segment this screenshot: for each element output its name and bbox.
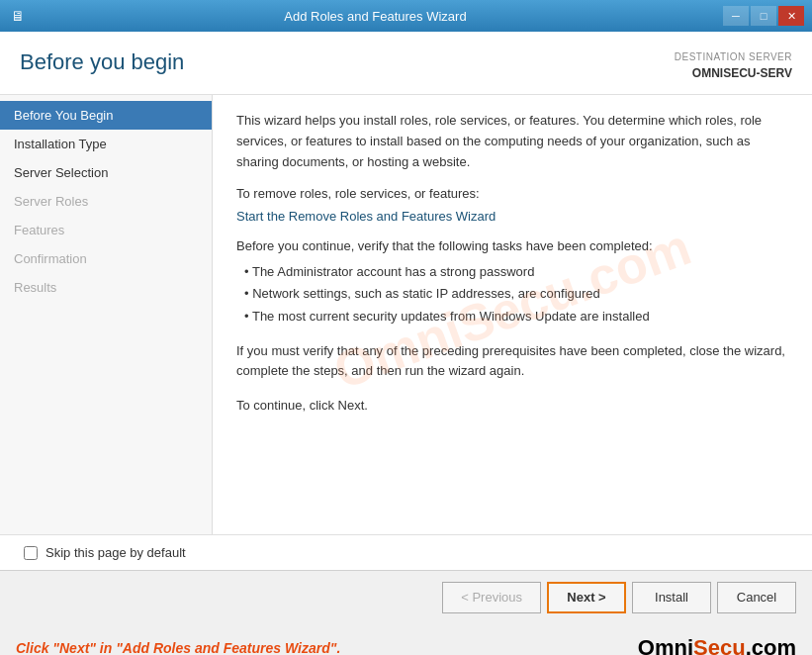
bottom-annotation: Click "Next" in "Add Roles and Features … (0, 623, 812, 655)
wizard-body: Before You Begin Installation Type Serve… (0, 95, 812, 534)
server-label: DESTINATION SERVER (675, 49, 792, 64)
minimize-button[interactable]: ─ (723, 6, 749, 26)
bullet-item-1: The Administrator account has a strong p… (244, 261, 788, 283)
prerequisite-note: If you must verify that any of the prece… (236, 341, 788, 383)
window-title: Add Roles and Features Wizard (28, 9, 723, 24)
skip-checkbox[interactable] (24, 546, 38, 560)
sidebar-item-results: Results (0, 273, 212, 302)
sidebar-item-server-roles: Server Roles (0, 187, 212, 216)
brand-logo: OmniSecu.com (638, 635, 796, 655)
sidebar-item-confirmation: Confirmation (0, 244, 212, 273)
sidebar-item-server-selection[interactable]: Server Selection (0, 158, 212, 187)
close-button[interactable]: ✕ (778, 6, 804, 26)
bullet-item-2: Network settings, such as static IP addr… (244, 283, 788, 305)
wizard-window: Before you begin DESTINATION SERVER OMNI… (0, 32, 812, 623)
wizard-header: Before you begin DESTINATION SERVER OMNI… (0, 32, 812, 95)
next-button[interactable]: Next > (547, 582, 626, 613)
annotation-text: Click "Next" in "Add Roles and Features … (16, 640, 340, 655)
server-info: DESTINATION SERVER OMNISECU-SERV (675, 49, 792, 82)
previous-button[interactable]: < Previous (442, 582, 541, 613)
remove-link[interactable]: Start the Remove Roles and Features Wiza… (236, 209, 496, 224)
window-icon: 🖥 (8, 6, 28, 26)
intro-paragraph: This wizard helps you install roles, rol… (236, 111, 788, 172)
wizard-sidebar: Before You Begin Installation Type Serve… (0, 95, 213, 534)
brand-secu: Secu (693, 635, 746, 655)
sidebar-item-before-you-begin[interactable]: Before You Begin (0, 101, 212, 130)
sidebar-item-features: Features (0, 216, 212, 244)
wizard-content: OmniSecu.com This wizard helps you insta… (213, 95, 812, 534)
remove-heading: To remove roles, role services, or featu… (236, 186, 788, 201)
title-bar: 🖥 Add Roles and Features Wizard ─ □ ✕ (0, 0, 812, 32)
verify-heading: Before you continue, verify that the fol… (236, 238, 788, 253)
continue-note: To continue, click Next. (236, 396, 788, 417)
window-controls: ─ □ ✕ (723, 6, 804, 26)
prerequisites-list: The Administrator account has a strong p… (236, 261, 788, 327)
wizard-footer: < Previous Next > Install Cancel (0, 570, 812, 623)
page-title: Before you begin (20, 49, 184, 75)
server-name: OMNISECU-SERV (675, 64, 792, 82)
maximize-button[interactable]: □ (751, 6, 776, 26)
cancel-button[interactable]: Cancel (717, 582, 796, 613)
skip-label[interactable]: Skip this page by default (45, 545, 186, 560)
checkbox-area: Skip this page by default (0, 534, 812, 570)
sidebar-item-installation-type[interactable]: Installation Type (0, 130, 212, 158)
bullet-item-3: The most current security updates from W… (244, 306, 788, 328)
install-button[interactable]: Install (632, 582, 711, 613)
